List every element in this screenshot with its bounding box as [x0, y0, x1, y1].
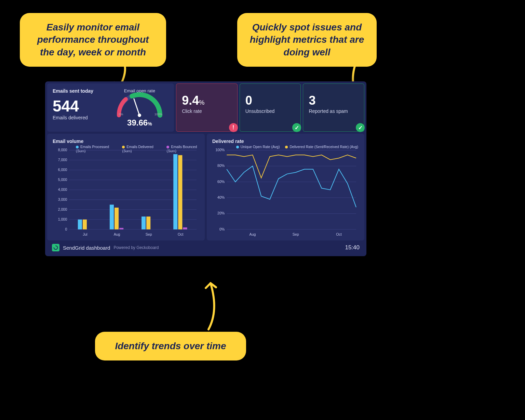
emails-delivered-caption: Emails delivered [53, 115, 111, 120]
svg-rect-21 [83, 220, 87, 229]
panel-emails-sent: Emails sent today 544 Emails delivered E… [47, 83, 174, 132]
svg-text:0: 0 [65, 227, 67, 231]
svg-text:Oct: Oct [178, 232, 183, 236]
metric-value: 9.4 [182, 93, 199, 107]
panel-title: Emails sent today [53, 88, 111, 94]
metric-caption: Click rate [182, 108, 232, 114]
svg-text:Aug: Aug [114, 232, 120, 236]
svg-text:5,000: 5,000 [58, 178, 67, 182]
svg-text:1,000: 1,000 [58, 217, 67, 221]
svg-rect-29 [146, 216, 150, 229]
metric-value: 0 [245, 93, 252, 107]
sendgrid-logo-icon [52, 244, 59, 251]
svg-text:Jul: Jul [83, 232, 88, 236]
svg-text:0%: 0% [219, 227, 225, 231]
panel-title: Email volume [53, 139, 199, 144]
gauge-max-label: 100% [154, 113, 162, 116]
svg-text:Sep: Sep [293, 232, 299, 236]
callout-trends: Identify trends over time [95, 332, 246, 360]
svg-rect-24 [110, 205, 114, 229]
gauge-value: 39.66% [111, 118, 169, 128]
panel-email-volume: Email volume Emails Processed (Sum)Email… [47, 134, 205, 240]
svg-line-0 [134, 99, 140, 115]
panel-title: Delivered rate [212, 139, 359, 144]
metric-unit: % [199, 99, 204, 106]
footer-brand: SendGrid dashboard [63, 245, 110, 251]
svg-text:7,000: 7,000 [58, 158, 67, 162]
svg-text:8,000: 8,000 [58, 148, 67, 152]
metric-click-rate: 9.4% Click rate ! [176, 83, 238, 132]
metric-unsubscribed: 0 Unsubscribed ✓ [240, 83, 301, 132]
svg-text:Oct: Oct [336, 232, 341, 236]
dashboard-footer: SendGrid dashboard Powered by Geckoboard… [47, 240, 364, 254]
svg-text:60%: 60% [217, 180, 225, 184]
check-icon: ✓ [292, 123, 301, 132]
svg-rect-20 [78, 220, 82, 229]
arrow-icon [198, 280, 226, 331]
check-icon: ✓ [356, 123, 365, 132]
callout-spot-issues: Quickly spot issues and highlight metric… [237, 13, 377, 67]
bar-chart: 01,0002,0003,0004,0005,0006,0007,0008,00… [52, 144, 200, 237]
gauge-open-rate: Email open rate 0% 100% 39 [111, 88, 169, 128]
svg-text:40%: 40% [217, 195, 225, 199]
metric-value: 3 [309, 93, 315, 107]
svg-rect-32 [173, 154, 177, 229]
callout-monitor: Easily monitor email performance through… [20, 13, 166, 67]
footer-powered: Powered by Geckoboard [113, 245, 159, 250]
panel-delivered-rate: Delivered rate Unique Open Rate (Avg)Del… [207, 134, 364, 240]
dashboard: Emails sent today 544 Emails delivered E… [45, 81, 366, 256]
svg-text:80%: 80% [217, 163, 225, 168]
svg-text:Aug: Aug [250, 232, 256, 236]
svg-text:2,000: 2,000 [58, 207, 67, 211]
svg-rect-34 [183, 227, 187, 229]
svg-text:4,000: 4,000 [58, 187, 67, 192]
gauge-min-label: 0% [119, 113, 123, 116]
svg-text:Sep: Sep [146, 232, 152, 236]
svg-text:6,000: 6,000 [58, 168, 67, 172]
svg-text:20%: 20% [217, 211, 225, 215]
metric-caption: Reported as spam [309, 108, 359, 114]
svg-text:3,000: 3,000 [58, 197, 67, 201]
svg-rect-26 [119, 228, 123, 229]
emails-delivered-value: 544 [53, 98, 111, 114]
svg-rect-28 [142, 216, 146, 229]
line-chart: 0%20%40%60%80%100%AugSepOct [212, 144, 360, 237]
svg-rect-33 [178, 155, 182, 229]
warning-icon: ! [229, 123, 238, 132]
svg-point-1 [137, 113, 142, 118]
metric-spam: 3 Reported as spam ✓ [303, 83, 364, 132]
metric-caption: Unsubscribed [245, 108, 295, 114]
svg-rect-25 [115, 208, 119, 229]
footer-time: 15:40 [345, 244, 360, 251]
svg-text:100%: 100% [215, 148, 225, 152]
